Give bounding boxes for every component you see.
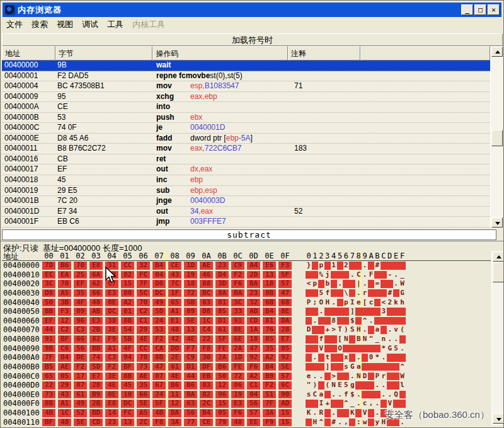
hex-byte[interactable]: 57: [278, 373, 292, 381]
hex-byte[interactable]: 66: [74, 335, 87, 344]
ascii-char[interactable]: 5: [343, 381, 349, 390]
hex-row[interactable]: 00400010ECEA25%6AjE882FC04.43C19.46FD4F2…: [1, 270, 491, 280]
ascii-char[interactable]: [: [362, 299, 368, 307]
ascii-char[interactable]: K: [349, 409, 355, 417]
hex-byte[interactable]: B6: [168, 381, 181, 390]
ascii-char[interactable]: [399, 317, 406, 325]
hex-byte[interactable]: 85: [215, 308, 229, 316]
hex-byte[interactable]: 81: [215, 299, 229, 307]
ascii-char[interactable]: [318, 317, 324, 325]
hex-byte[interactable]: 35: [137, 381, 150, 390]
ascii-char[interactable]: [306, 289, 312, 298]
close-button[interactable]: ✕: [488, 4, 500, 15]
hex-byte[interactable]: D1: [215, 317, 229, 325]
ascii-char[interactable]: [337, 289, 343, 298]
hex-byte[interactable]: 8B: [42, 400, 55, 408]
ascii-char[interactable]: H: [355, 326, 362, 334]
hex-byte[interactable]: B9: [263, 373, 276, 381]
ascii-char[interactable]: v: [393, 326, 399, 334]
ascii-char[interactable]: f: [343, 391, 349, 399]
ascii-char[interactable]: [331, 363, 337, 371]
ascii-char[interactable]: [343, 345, 349, 353]
ascii-char[interactable]: [318, 326, 324, 334]
ascii-char[interactable]: O: [318, 299, 324, 307]
hex-byte[interactable]: 0E: [105, 299, 118, 307]
hex-byte[interactable]: 4E: [137, 335, 150, 344]
ascii-char[interactable]: [312, 400, 318, 408]
hex-byte[interactable]: DA: [278, 317, 292, 325]
hex-byte[interactable]: 28: [89, 381, 103, 390]
ascii-char[interactable]: +: [324, 326, 331, 334]
hex-byte[interactable]: 91: [42, 335, 55, 344]
ascii-char[interactable]: .: [362, 326, 368, 334]
ascii-char[interactable]: D: [362, 373, 368, 381]
hex-byte[interactable]: 90: [278, 391, 292, 399]
ascii-char[interactable]: =: [374, 280, 381, 288]
disasm-row[interactable]: 00400017EFoutdx,eax: [2, 165, 490, 175]
ascii-char[interactable]: [381, 400, 387, 408]
ascii-char[interactable]: .: [387, 326, 393, 334]
ascii-char[interactable]: [355, 262, 362, 270]
disasm-scroll-thumb[interactable]: [491, 130, 503, 146]
hex-byte[interactable]: E1: [168, 317, 181, 325]
disasm-row[interactable]: 00400001F2 DAD5repne fcmovbest(0),st(5): [2, 71, 490, 82]
hex-byte[interactable]: 79: [215, 419, 229, 427]
ascii-char[interactable]: [324, 262, 331, 270]
hex-byte[interactable]: 19: [184, 271, 197, 279]
ascii-char[interactable]: :: [355, 419, 362, 427]
hex-byte[interactable]: 06: [231, 381, 244, 390]
hex-byte[interactable]: 6E: [231, 335, 244, 344]
hex-byte[interactable]: D4: [215, 271, 229, 279]
ascii-char[interactable]: [393, 308, 399, 316]
ascii-char[interactable]: c: [368, 299, 374, 307]
hex-byte[interactable]: 7F: [42, 354, 55, 362]
ascii-char[interactable]: 2: [343, 262, 349, 270]
hex-byte[interactable]: 15: [121, 280, 134, 288]
ascii-char[interactable]: [337, 400, 343, 408]
disasm-row[interactable]: 0040001845incebp: [2, 175, 490, 186]
hex-byte[interactable]: 14: [105, 409, 118, 417]
ascii-char[interactable]: [331, 335, 337, 344]
hex-byte[interactable]: 5E: [184, 317, 197, 325]
ascii-char[interactable]: .: [393, 271, 399, 279]
hex-byte[interactable]: F3: [278, 262, 292, 270]
hex-row[interactable]: 00400050BBF309.ABDC81C25D]A189D885333ADB…: [1, 307, 491, 316]
hex-row[interactable]: 00400060EF12.96E33888BC124$E15E^1C.D191C…: [1, 316, 491, 326]
ascii-char[interactable]: *: [374, 354, 381, 362]
hex-byte[interactable]: C3: [74, 326, 87, 334]
ascii-char[interactable]: [312, 363, 318, 371]
hex-byte[interactable]: 13: [263, 271, 276, 279]
hex-byte[interactable]: 61: [168, 363, 181, 371]
hex-byte[interactable]: C9: [231, 262, 244, 270]
hex-byte[interactable]: AD: [278, 400, 292, 408]
ascii-char[interactable]: .: [362, 262, 368, 270]
ascii-char[interactable]: [368, 409, 374, 417]
hex-row[interactable]: 004000B0B5AEF25D]F2BF73s47G61aD1DFB6FEF6…: [1, 362, 491, 372]
ascii-char[interactable]: [374, 271, 381, 279]
ascii-char[interactable]: j: [324, 271, 331, 279]
ascii-char[interactable]: [337, 373, 343, 381]
hex-byte[interactable]: DA: [168, 409, 181, 417]
ascii-char[interactable]: [312, 335, 318, 344]
ascii-char[interactable]: t: [324, 354, 331, 362]
ascii-char[interactable]: [324, 308, 331, 316]
hex-byte[interactable]: 3A: [263, 409, 276, 417]
ascii-char[interactable]: >: [331, 326, 337, 334]
hex-byte[interactable]: E7: [278, 335, 292, 344]
ascii-char[interactable]: .: [337, 280, 343, 288]
hex-byte[interactable]: 74: [89, 354, 103, 362]
hex-byte[interactable]: FC: [121, 409, 134, 417]
ascii-char[interactable]: B: [355, 335, 362, 344]
hex-byte[interactable]: AD: [247, 308, 260, 316]
hex-byte[interactable]: A2: [247, 373, 260, 381]
disasm-row[interactable]: 0040001FEB C6jmp003FFFE7: [2, 217, 490, 228]
ascii-char[interactable]: c: [362, 400, 368, 408]
ascii-char[interactable]: .: [381, 354, 387, 362]
hex-byte[interactable]: F6: [231, 280, 244, 288]
hex-byte[interactable]: 2A: [231, 345, 244, 353]
ascii-char[interactable]: 1: [331, 262, 337, 270]
hex-byte[interactable]: 91: [231, 317, 244, 325]
ascii-char[interactable]: [368, 345, 374, 353]
hex-byte[interactable]: 57: [247, 409, 260, 417]
hex-byte[interactable]: 56: [74, 345, 87, 353]
